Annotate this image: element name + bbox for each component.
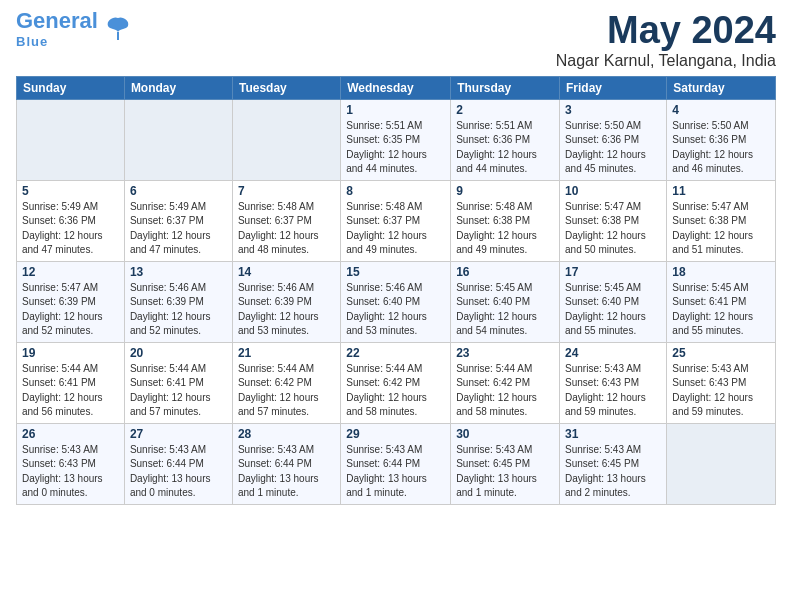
title-block: May 2024 Nagar Karnul, Telangana, India [556, 10, 776, 70]
calendar-cell: 31Sunrise: 5:43 AMSunset: 6:45 PMDayligh… [560, 423, 667, 504]
calendar-cell: 10Sunrise: 5:47 AMSunset: 6:38 PMDayligh… [560, 180, 667, 261]
day-info: Sunrise: 5:45 AMSunset: 6:40 PMDaylight:… [565, 281, 661, 339]
day-number: 3 [565, 103, 661, 117]
calendar-cell: 2Sunrise: 5:51 AMSunset: 6:36 PMDaylight… [451, 99, 560, 180]
day-number: 4 [672, 103, 770, 117]
day-info: Sunrise: 5:51 AMSunset: 6:35 PMDaylight:… [346, 119, 445, 177]
day-info: Sunrise: 5:44 AMSunset: 6:42 PMDaylight:… [346, 362, 445, 420]
day-info: Sunrise: 5:43 AMSunset: 6:44 PMDaylight:… [346, 443, 445, 501]
subtitle: Nagar Karnul, Telangana, India [556, 52, 776, 70]
day-number: 9 [456, 184, 554, 198]
day-info: Sunrise: 5:43 AMSunset: 6:44 PMDaylight:… [238, 443, 335, 501]
calendar-cell: 11Sunrise: 5:47 AMSunset: 6:38 PMDayligh… [667, 180, 776, 261]
day-number: 5 [22, 184, 119, 198]
calendar-cell: 12Sunrise: 5:47 AMSunset: 6:39 PMDayligh… [17, 261, 125, 342]
calendar-cell: 21Sunrise: 5:44 AMSunset: 6:42 PMDayligh… [232, 342, 340, 423]
col-thursday: Thursday [451, 76, 560, 99]
calendar-cell: 5Sunrise: 5:49 AMSunset: 6:36 PMDaylight… [17, 180, 125, 261]
day-number: 15 [346, 265, 445, 279]
calendar-cell: 4Sunrise: 5:50 AMSunset: 6:36 PMDaylight… [667, 99, 776, 180]
calendar-cell: 13Sunrise: 5:46 AMSunset: 6:39 PMDayligh… [124, 261, 232, 342]
col-tuesday: Tuesday [232, 76, 340, 99]
main-title: May 2024 [556, 10, 776, 52]
day-number: 11 [672, 184, 770, 198]
day-number: 2 [456, 103, 554, 117]
calendar-cell [17, 99, 125, 180]
calendar-cell: 16Sunrise: 5:45 AMSunset: 6:40 PMDayligh… [451, 261, 560, 342]
day-info: Sunrise: 5:49 AMSunset: 6:37 PMDaylight:… [130, 200, 227, 258]
calendar-cell: 18Sunrise: 5:45 AMSunset: 6:41 PMDayligh… [667, 261, 776, 342]
day-number: 24 [565, 346, 661, 360]
calendar-cell: 8Sunrise: 5:48 AMSunset: 6:37 PMDaylight… [341, 180, 451, 261]
day-number: 16 [456, 265, 554, 279]
calendar-cell: 1Sunrise: 5:51 AMSunset: 6:35 PMDaylight… [341, 99, 451, 180]
calendar-cell [232, 99, 340, 180]
day-info: Sunrise: 5:46 AMSunset: 6:39 PMDaylight:… [238, 281, 335, 339]
day-info: Sunrise: 5:50 AMSunset: 6:36 PMDaylight:… [672, 119, 770, 177]
page: General Blue May 2024 Nagar Karnul, Tela… [0, 0, 792, 515]
calendar-cell: 6Sunrise: 5:49 AMSunset: 6:37 PMDaylight… [124, 180, 232, 261]
day-number: 19 [22, 346, 119, 360]
day-info: Sunrise: 5:49 AMSunset: 6:36 PMDaylight:… [22, 200, 119, 258]
day-info: Sunrise: 5:43 AMSunset: 6:44 PMDaylight:… [130, 443, 227, 501]
calendar-cell: 22Sunrise: 5:44 AMSunset: 6:42 PMDayligh… [341, 342, 451, 423]
day-number: 22 [346, 346, 445, 360]
day-number: 8 [346, 184, 445, 198]
day-info: Sunrise: 5:46 AMSunset: 6:39 PMDaylight:… [130, 281, 227, 339]
calendar-week-5: 26Sunrise: 5:43 AMSunset: 6:43 PMDayligh… [17, 423, 776, 504]
col-wednesday: Wednesday [341, 76, 451, 99]
day-number: 7 [238, 184, 335, 198]
calendar-cell [124, 99, 232, 180]
day-number: 1 [346, 103, 445, 117]
calendar-week-3: 12Sunrise: 5:47 AMSunset: 6:39 PMDayligh… [17, 261, 776, 342]
calendar-week-1: 1Sunrise: 5:51 AMSunset: 6:35 PMDaylight… [17, 99, 776, 180]
calendar-table: Sunday Monday Tuesday Wednesday Thursday… [16, 76, 776, 505]
calendar-cell: 20Sunrise: 5:44 AMSunset: 6:41 PMDayligh… [124, 342, 232, 423]
calendar-cell: 26Sunrise: 5:43 AMSunset: 6:43 PMDayligh… [17, 423, 125, 504]
calendar-cell [667, 423, 776, 504]
day-info: Sunrise: 5:44 AMSunset: 6:41 PMDaylight:… [130, 362, 227, 420]
day-info: Sunrise: 5:43 AMSunset: 6:43 PMDaylight:… [672, 362, 770, 420]
calendar-cell: 24Sunrise: 5:43 AMSunset: 6:43 PMDayligh… [560, 342, 667, 423]
day-number: 10 [565, 184, 661, 198]
day-number: 26 [22, 427, 119, 441]
calendar-cell: 23Sunrise: 5:44 AMSunset: 6:42 PMDayligh… [451, 342, 560, 423]
day-info: Sunrise: 5:46 AMSunset: 6:40 PMDaylight:… [346, 281, 445, 339]
day-number: 18 [672, 265, 770, 279]
day-info: Sunrise: 5:43 AMSunset: 6:43 PMDaylight:… [22, 443, 119, 501]
calendar-cell: 29Sunrise: 5:43 AMSunset: 6:44 PMDayligh… [341, 423, 451, 504]
day-number: 30 [456, 427, 554, 441]
day-number: 23 [456, 346, 554, 360]
col-monday: Monday [124, 76, 232, 99]
day-info: Sunrise: 5:50 AMSunset: 6:36 PMDaylight:… [565, 119, 661, 177]
day-info: Sunrise: 5:44 AMSunset: 6:42 PMDaylight:… [456, 362, 554, 420]
day-info: Sunrise: 5:47 AMSunset: 6:39 PMDaylight:… [22, 281, 119, 339]
calendar-cell: 15Sunrise: 5:46 AMSunset: 6:40 PMDayligh… [341, 261, 451, 342]
day-number: 14 [238, 265, 335, 279]
calendar-cell: 14Sunrise: 5:46 AMSunset: 6:39 PMDayligh… [232, 261, 340, 342]
day-number: 12 [22, 265, 119, 279]
calendar-cell: 25Sunrise: 5:43 AMSunset: 6:43 PMDayligh… [667, 342, 776, 423]
calendar-cell: 28Sunrise: 5:43 AMSunset: 6:44 PMDayligh… [232, 423, 340, 504]
day-number: 28 [238, 427, 335, 441]
header: General Blue May 2024 Nagar Karnul, Tela… [16, 10, 776, 70]
logo-bird-icon [104, 14, 132, 42]
day-number: 13 [130, 265, 227, 279]
calendar-cell: 30Sunrise: 5:43 AMSunset: 6:45 PMDayligh… [451, 423, 560, 504]
calendar-cell: 3Sunrise: 5:50 AMSunset: 6:36 PMDaylight… [560, 99, 667, 180]
day-info: Sunrise: 5:48 AMSunset: 6:38 PMDaylight:… [456, 200, 554, 258]
day-number: 25 [672, 346, 770, 360]
day-info: Sunrise: 5:47 AMSunset: 6:38 PMDaylight:… [565, 200, 661, 258]
logo-sub: Blue [16, 34, 48, 49]
day-info: Sunrise: 5:43 AMSunset: 6:45 PMDaylight:… [456, 443, 554, 501]
day-info: Sunrise: 5:43 AMSunset: 6:43 PMDaylight:… [565, 362, 661, 420]
calendar-cell: 19Sunrise: 5:44 AMSunset: 6:41 PMDayligh… [17, 342, 125, 423]
day-number: 6 [130, 184, 227, 198]
logo: General Blue [16, 10, 132, 50]
calendar-cell: 9Sunrise: 5:48 AMSunset: 6:38 PMDaylight… [451, 180, 560, 261]
day-info: Sunrise: 5:48 AMSunset: 6:37 PMDaylight:… [238, 200, 335, 258]
day-number: 27 [130, 427, 227, 441]
day-info: Sunrise: 5:45 AMSunset: 6:41 PMDaylight:… [672, 281, 770, 339]
day-info: Sunrise: 5:51 AMSunset: 6:36 PMDaylight:… [456, 119, 554, 177]
col-saturday: Saturday [667, 76, 776, 99]
